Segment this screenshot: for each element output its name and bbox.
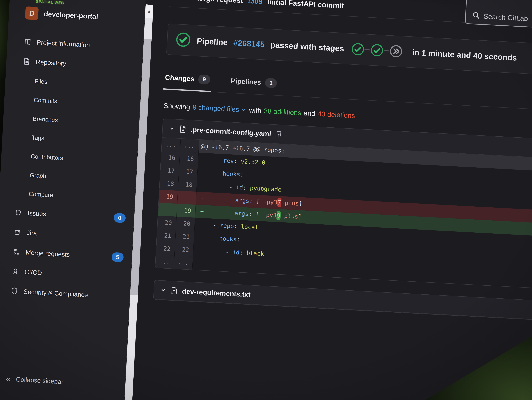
changed-files-count: 9 changed files	[192, 103, 239, 114]
gitlab-window: SPATIAL WEB Search GitLab D developer-po…	[0, 0, 532, 400]
collapse-icon: «	[6, 374, 11, 383]
new-line-number[interactable]: 22	[175, 243, 194, 257]
sidebar-item-label: Security & Compliance	[23, 288, 88, 299]
file-name-link[interactable]: dev-requirements.txt	[182, 287, 251, 299]
tab-label: Changes	[165, 73, 195, 83]
sidebar-item-label: Branches	[32, 115, 58, 123]
code-token: :	[234, 158, 241, 165]
code-token: black	[246, 249, 264, 257]
shield-icon	[10, 287, 19, 295]
code-token: -	[225, 248, 233, 256]
sidebar-item-label: Jira	[26, 229, 37, 237]
pipeline-status-box: Pipeline #268145 passed with stages in 1…	[166, 24, 532, 79]
stage-skipped-icon[interactable]	[389, 44, 403, 58]
sidebar-item-label: Compare	[29, 190, 53, 198]
code-token	[206, 221, 213, 228]
old-line-number[interactable]: 22	[156, 242, 175, 256]
code-token: -	[213, 222, 220, 229]
file-name-link[interactable]: .pre-commit-config.yaml	[190, 126, 271, 138]
old-line-number[interactable]: 21	[157, 229, 176, 243]
chevron-down-icon[interactable]	[160, 287, 166, 293]
code-token	[209, 156, 224, 164]
code-token: hooks	[222, 170, 240, 178]
mr-count-label: 1 merge request	[186, 0, 243, 5]
old-line-number[interactable]: 16	[161, 151, 180, 165]
sidebar-project[interactable]: D developer-portal	[8, 0, 145, 34]
code-token: 9	[276, 211, 281, 220]
tab-changes[interactable]: Changes9	[165, 73, 210, 84]
code-token: rev	[223, 157, 234, 164]
file-header: dev-requirements.txt	[154, 280, 532, 324]
code-token: :	[239, 249, 247, 256]
old-line-number[interactable]: 17	[160, 164, 179, 178]
diff-sign	[194, 257, 204, 270]
code-token: ]	[298, 213, 302, 220]
new-line-number[interactable]	[177, 191, 196, 205]
code-token: :	[249, 197, 256, 205]
code-token	[204, 247, 226, 255]
tab-count-badge: 1	[265, 78, 277, 88]
diff-sign: +	[197, 205, 207, 218]
sidebar-item-label: Repository	[36, 58, 66, 67]
sidebar-item-label: Issues	[27, 209, 46, 218]
new-line-number[interactable]: 21	[175, 230, 195, 244]
pipeline-number-link[interactable]: #268145	[233, 38, 265, 49]
book-icon	[24, 38, 32, 46]
sidebar-item-label: Merge requests	[25, 248, 70, 258]
old-line-number[interactable]: ...	[155, 255, 175, 269]
new-line-number[interactable]: 18	[178, 178, 197, 192]
search-placeholder: Search GitLab	[483, 12, 528, 23]
changed-files-dropdown[interactable]: 9 changed files	[192, 103, 247, 114]
sidebar-item-label: Graph	[30, 172, 46, 179]
pipeline-label: Pipeline	[196, 36, 228, 47]
code-token	[207, 195, 235, 204]
old-line-number[interactable]: 19	[159, 190, 178, 204]
new-line-number[interactable]: 19	[177, 204, 196, 218]
diff-sign: -	[198, 192, 208, 205]
scrollbar-up-arrow-icon[interactable]: ▲	[145, 4, 153, 18]
pipeline-status-text: passed with stages	[270, 40, 344, 53]
diff-sign	[199, 166, 209, 179]
code-token: pyupgrade	[250, 185, 282, 193]
new-line-number[interactable]: ...	[174, 256, 193, 270]
old-line-number[interactable]: 20	[157, 216, 177, 230]
new-line-number[interactable]: 20	[176, 217, 195, 231]
copy-path-icon[interactable]	[275, 130, 282, 138]
file-icon	[171, 287, 178, 295]
code-token	[208, 182, 229, 190]
mr-title: initial FastAPI commit	[267, 0, 344, 10]
sidebar-item-label: Files	[34, 78, 47, 85]
stage-passed-icon[interactable]	[370, 43, 384, 57]
code-token: id	[236, 184, 243, 191]
collapse-sidebar-button[interactable]: « Collapse sidebar	[0, 368, 126, 395]
count-badge: 0	[114, 213, 126, 223]
mr-id-link[interactable]: !309	[248, 0, 263, 6]
tab-pipelines[interactable]: Pipelines1	[231, 76, 277, 88]
new-line-number[interactable]: 16	[179, 152, 199, 166]
code-token: hooks	[219, 235, 237, 243]
chevron-down-icon[interactable]	[169, 125, 175, 132]
code-token: --py3	[259, 211, 277, 219]
code-token: :	[248, 211, 256, 218]
additions-count: 38 additions	[264, 107, 301, 117]
old-line-number[interactable]: ...	[162, 138, 181, 152]
diff-sign	[198, 179, 208, 192]
old-line-number[interactable]	[158, 203, 177, 217]
document-icon	[23, 57, 31, 65]
external-link-icon	[13, 228, 22, 236]
code-token: args	[234, 210, 249, 217]
old-line-number[interactable]: 18	[159, 177, 179, 191]
diff-sign	[196, 218, 206, 231]
deletions-count: 43 deletions	[317, 110, 355, 120]
diff-sign	[196, 231, 206, 244]
code-token: :	[243, 184, 250, 191]
code-token: :	[236, 236, 240, 243]
code-token: [	[255, 211, 259, 218]
stage-passed-icon[interactable]	[351, 42, 365, 56]
project-name: developer-portal	[44, 10, 98, 21]
new-line-number[interactable]: ...	[180, 139, 199, 153]
code-token: -	[229, 184, 236, 191]
pipeline-mini-graph	[351, 42, 403, 58]
new-line-number[interactable]: 17	[179, 165, 198, 179]
code-token: -plus	[280, 212, 298, 220]
